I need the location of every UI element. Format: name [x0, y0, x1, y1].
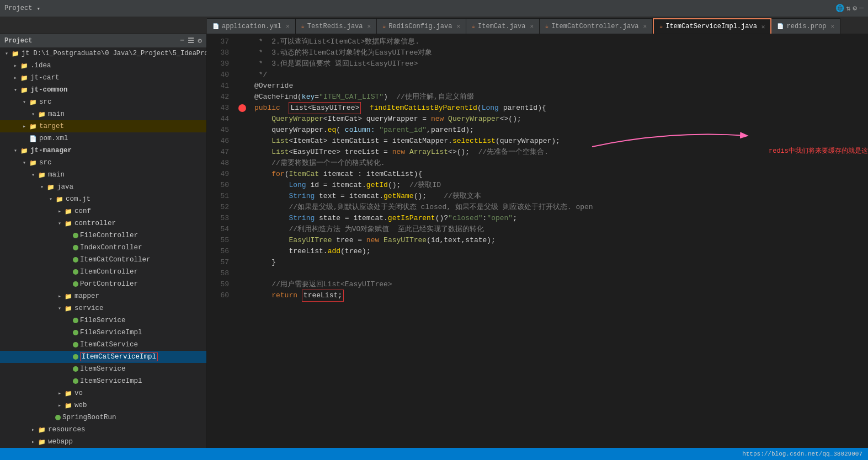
tab-close-itemcatserviceimpl[interactable]: ✕ — [762, 23, 765, 30]
code-line-60[interactable]: return treeList; — [254, 290, 868, 301]
tree-item-src[interactable]: ▾ 📁 src — [0, 96, 206, 108]
code-line-47[interactable]: List<EasyUITree> treeList = new ArrayLis… — [254, 147, 868, 158]
tab-redis[interactable]: 📄 redis.prop ✕ — [771, 18, 840, 34]
kw-47: new — [392, 147, 409, 158]
brace-43: ){ — [537, 103, 546, 114]
globe-icon[interactable]: 🌐 — [835, 4, 844, 13]
code-line-45[interactable]: queryWrapper.eq( column: "parent_id",par… — [254, 125, 868, 136]
tree-item-jt-common[interactable]: ▾ 📁 jt-common — [0, 84, 206, 96]
code-line-50[interactable]: Long id = itemcat.getId(); //获取ID — [254, 180, 868, 191]
tree-item-service[interactable]: ▾ 📁 service — [0, 302, 206, 314]
tab-close-redis[interactable]: ✕ — [831, 23, 835, 30]
tree-label-indexcontroller: IndexController — [80, 244, 142, 252]
vcs-icon[interactable]: ⇅ — [846, 4, 851, 13]
tree-item-fileservice[interactable]: ▸ FileService — [0, 314, 206, 327]
tree-item-itemcatservice[interactable]: ▸ ItemCatService — [0, 339, 206, 351]
sidebar-expand-icon[interactable]: ☰ — [188, 36, 194, 45]
tree-item-itemcontroller[interactable]: ▸ ItemController — [0, 266, 206, 278]
tab-close-application[interactable]: ✕ — [286, 23, 290, 30]
tab-close-testredis[interactable]: ✕ — [368, 23, 371, 30]
tree-item-web[interactable]: ▸ 📁 web — [0, 399, 206, 411]
tree-item-jt-cart[interactable]: ▸ 📁 jt-cart — [0, 72, 206, 84]
code-line-46[interactable]: List<ItemCat> itemCatList = itemCatMappe… — [254, 136, 868, 147]
tree-item-itemserviceimpl[interactable]: ▸ ItemServiceImpl — [0, 375, 206, 387]
sidebar-minimize-icon[interactable]: − — [180, 36, 184, 45]
code-line-40[interactable]: */ — [254, 69, 868, 81]
tree-item-itemservice[interactable]: ▸ ItemService — [0, 363, 206, 375]
tab-itemcatcontroller[interactable]: ☕ ItemCatController.java ✕ — [540, 18, 653, 34]
tree-item-comjt[interactable]: ▾ 📁 com.jt — [0, 193, 206, 205]
tree-item-filecontroller[interactable]: ▸ FileController — [0, 229, 206, 242]
project-label[interactable]: Project — [4, 4, 32, 12]
tree-item-target[interactable]: ▸ 📁 target — [0, 120, 206, 132]
gutter-breakpoint-43[interactable] — [235, 104, 250, 115]
code-line-42[interactable]: @CacheFind(key="ITEM_CAT_LIST") //使用注解,自… — [254, 92, 868, 103]
gutter-fold-49[interactable] — [235, 170, 250, 181]
sidebar-settings-icon[interactable]: ⚙ — [198, 36, 202, 45]
tab-testredis[interactable]: ☕ TestRedis.java ✕ — [296, 18, 377, 34]
code-line-41[interactable]: @Override — [254, 81, 868, 92]
tree-item-conf[interactable]: ▸ 📁 conf — [0, 205, 206, 217]
tab-close-itemcat[interactable]: ✕ — [530, 23, 534, 30]
code-line-37[interactable]: * 2.可以查询List<ItemCat>数据库对象信息. — [254, 36, 868, 47]
tab-itemcatserviceimpl[interactable]: ☕ ItemCatServiceImpl.java ✕ — [653, 18, 771, 34]
fn-45: eq — [328, 125, 337, 136]
code-line-53[interactable]: String state = itemcat.getIsParent()?"cl… — [254, 213, 868, 224]
code-line-54[interactable]: //利用构造方法 为VO对象赋值 至此已经实现了数据的转化 — [254, 224, 868, 235]
tree-item-controller[interactable]: ▾ 📁 controller — [0, 217, 206, 229]
tree-item-itemcatserviceimpl-tree[interactable]: ▸ ItemCatServiceImpl — [0, 351, 206, 363]
tree-item-main[interactable]: ▾ 📁 main — [0, 108, 206, 120]
minimize-icon[interactable]: — — [859, 4, 864, 13]
code-line-44[interactable]: QueryWrapper<ItemCat> queryWrapper = new… — [254, 114, 868, 125]
tab-close-itemcatcontroller[interactable]: ✕ — [643, 23, 647, 30]
tree-label-springbootrun: SpringBootRun — [62, 414, 116, 421]
end-56: (tree); — [340, 246, 371, 257]
tree-item-springbootrun[interactable]: ▸ SpringBootRun — [0, 411, 206, 424]
tree-item-jt-manager[interactable]: ▾ 📁 jt-manager — [0, 145, 206, 157]
code-line-58[interactable] — [254, 268, 868, 279]
code-line-51[interactable]: String text = itemcat.getName(); //获取文本 — [254, 191, 868, 202]
code-line-59[interactable]: //用户需要返回List<EasyUITree> — [254, 279, 868, 290]
fn-53: getIsParent — [388, 213, 435, 224]
tree-item-jt-manager-src[interactable]: ▾ 📁 src — [0, 157, 206, 169]
kw-55: new — [366, 235, 384, 246]
tree-label-vo: vo — [74, 389, 83, 397]
tab-itemcat[interactable]: ☕ ItemCat.java ✕ — [466, 18, 540, 34]
tree-item-itemcatcontroller-tree[interactable]: ▸ ItemCatController — [0, 254, 206, 266]
tree-item-fileserviceimpl[interactable]: ▸ FileServiceImpl — [0, 327, 206, 339]
code-line-56[interactable]: treeList.add(tree); — [254, 246, 868, 257]
java-icon-filecontroller — [73, 233, 78, 238]
code-lines[interactable]: redis中我们将来要缓存的就是这个数据 * 2.可以查询List<ItemCa… — [250, 36, 868, 448]
code-line-39[interactable]: * 3.但是返回值要求 返回List<EasyUITree> — [254, 58, 868, 69]
tree-item-java[interactable]: ▾ 📁 java — [0, 181, 206, 193]
indent-53 — [254, 213, 289, 224]
code-line-55[interactable]: EasyUITree tree = new EasyUITree(id,text… — [254, 235, 868, 246]
tab-application[interactable]: 📄 application.yml ✕ — [207, 18, 296, 34]
tab-redisconfig[interactable]: ☕ RedisConfig.java ✕ — [377, 18, 466, 34]
kw2-53: String — [289, 213, 315, 224]
tree-item-portcontroller[interactable]: ▸ PortController — [0, 278, 206, 290]
code-line-52[interactable]: //如果是父级,则默认应该处于关闭状态 closed, 如果不是父级 则应该处于… — [254, 202, 868, 213]
code-line-48[interactable]: //需要将数据一个一个的格式转化. — [254, 158, 868, 169]
tree-label-itemserviceimpl: ItemServiceImpl — [80, 377, 142, 385]
tree-item-indexcontroller[interactable]: ▸ IndexController — [0, 242, 206, 254]
paren-42a: ( — [297, 92, 302, 103]
type-46: List — [271, 136, 289, 147]
tree-item-pomxml[interactable]: ▸ 📄 pom.xml — [0, 132, 206, 145]
tree-item-idea[interactable]: ▸ 📁 .idea — [0, 60, 206, 72]
status-url: https://blog.csdn.net/qq_38029007 — [742, 451, 862, 457]
tree-arrow-itemserviceimpl: ▸ — [64, 378, 73, 384]
code-line-57[interactable]: } — [254, 257, 868, 268]
tree-item-vo[interactable]: ▸ 📁 vo — [0, 387, 206, 399]
dropdown-icon[interactable]: ▾ — [36, 5, 40, 12]
code-line-43[interactable]: public List<EasyUITree> findItemCatListB… — [254, 103, 868, 114]
tree-item-webapp[interactable]: ▸ 📁 webapp — [0, 436, 206, 448]
tree-item-jt-manager-main[interactable]: ▾ 📁 main — [0, 169, 206, 181]
tab-close-redisconfig[interactable]: ✕ — [456, 23, 460, 30]
code-line-38[interactable]: * 3.动态的将ItemCat对象转化为EasyUITree对象 — [254, 47, 868, 58]
tree-item-jt-root[interactable]: ▾ 📁 jt D:\1_Postgraduate\0 Java\2_Projec… — [0, 47, 206, 60]
tree-item-resources[interactable]: ▸ 📁 resources — [0, 424, 206, 436]
code-line-49[interactable]: for(ItemCat itemcat : itemCatList){ — [254, 169, 868, 180]
settings-icon[interactable]: ⚙ — [853, 4, 857, 13]
tree-item-mapper[interactable]: ▸ 📁 mapper — [0, 290, 206, 302]
